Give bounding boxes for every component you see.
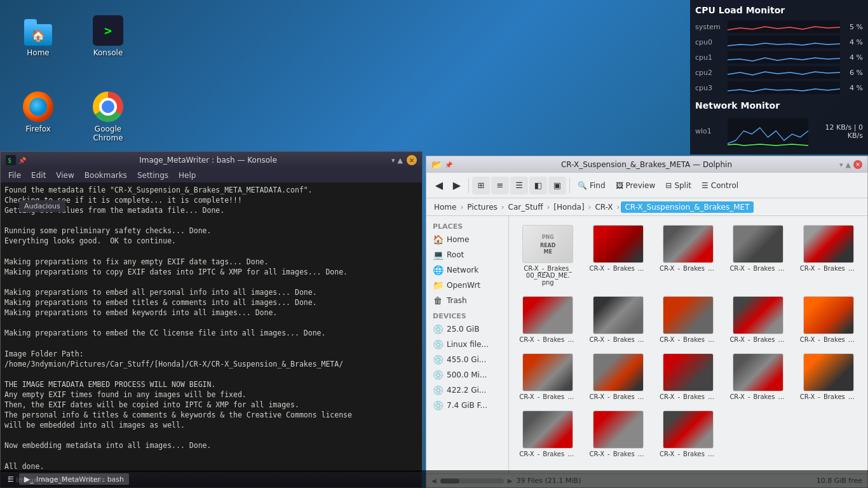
dolphin-scroll-btn[interactable]: ▾ [839, 161, 843, 169]
cpu1-graph [728, 51, 840, 64]
terminal-menu-view[interactable]: View [51, 171, 79, 180]
sidebar-item-root[interactable]: 💻 Root [426, 247, 508, 262]
terminal-menu-help[interactable]: Help [173, 171, 201, 180]
sidebar-device-2-label: Linux file... [447, 340, 489, 349]
file-thumb-3 [733, 225, 783, 263]
cpu2-label: cpu2 [695, 69, 724, 77]
file-item-16[interactable]: CR-X_-_Brakes_16.jpg [584, 407, 651, 461]
breadcrumb-current: CR-X_Suspension_&_Brakes_MET [621, 201, 753, 213]
devices-section-title: Devices [426, 308, 508, 322]
file-item-11[interactable]: CR-X_-_Brakes_11.jpg [584, 349, 651, 404]
taskbar-menu-icon: ☰ [8, 475, 14, 484]
cpu-system-graph [728, 20, 840, 33]
file-name-0: CR-X_-_Brakes_00_READ_ME.png [524, 265, 572, 286]
cpu-system-row: system 5 % [695, 20, 863, 33]
dolphin-titlebar: 📂 📌 CR-X_Suspension_&_Brakes_META — Dolp… [426, 156, 867, 173]
file-item-14[interactable]: CR-X_-_Brakes_14.jpg [795, 349, 862, 404]
sidebar-device-3[interactable]: 💿 455.0 Gi... [426, 352, 508, 367]
file-item-7[interactable]: CR-X_-_Brakes_07.jpg [654, 292, 722, 347]
file-thumb-4 [803, 225, 854, 263]
sidebar-item-network[interactable]: 🌐 Network [426, 262, 508, 278]
file-item-4[interactable]: CR-X_-_Brakes_04.jpg [795, 221, 862, 290]
breadcrumb-crx[interactable]: CR-X [592, 201, 615, 213]
file-name-7: CR-X_-_Brakes_07.jpg [660, 336, 717, 343]
terminal-pin-icon[interactable]: 📌 [18, 157, 26, 164]
desktop-icon-chrome[interactable]: GoogleChrome [83, 89, 133, 145]
cpu0-value: 4 % [844, 38, 863, 46]
file-item-3[interactable]: CR-X_-_Brakes_03.jpg [724, 221, 792, 290]
file-item-1[interactable]: CR-X_-_Brakes_01.jpg [584, 221, 651, 290]
file-item-6[interactable]: CR-X_-_Brakes_06.jpg [584, 292, 651, 347]
places-section-title: Places [426, 219, 508, 232]
dolphin-split-btn[interactable]: ⊟ Split [660, 179, 696, 192]
taskbar-terminal-icon: ▶_ [24, 475, 34, 484]
terminal-close-btn[interactable]: ✕ [407, 155, 417, 165]
cpu-system-value: 5 % [844, 23, 863, 31]
desktop-icon-konsole[interactable]: Konsole [83, 13, 133, 60]
dolphin-pin-icon[interactable]: 📌 [445, 161, 452, 168]
dolphin-compact-view-btn[interactable]: ≡ [491, 177, 509, 194]
terminal-output: Found the metadata file "CR-X_Suspension… [4, 185, 418, 472]
file-item-8[interactable]: CR-X_-_Brakes_08.jpg [724, 292, 792, 347]
terminal-menu-file[interactable]: File [3, 171, 26, 180]
breadcrumb-honda[interactable]: [Honda] [551, 201, 587, 213]
breadcrumb-home[interactable]: Home [431, 201, 459, 213]
file-name-4: CR-X_-_Brakes_04.jpg [800, 265, 857, 272]
taskbar-menu-btn[interactable]: ☰ [3, 474, 19, 485]
sidebar-device-1[interactable]: 💿 25.0 GiB [426, 322, 508, 337]
desktop: 🏠 Home Konsole Firefox GoogleChrome Auda… [0, 0, 868, 488]
trash-sidebar-icon: 🗑 [433, 295, 443, 306]
file-thumb-9 [803, 296, 854, 334]
dolphin-extra-btn[interactable]: ▣ [548, 177, 566, 194]
taskbar: ☰ ▶_ Image_MetaWriter : bash [0, 470, 868, 488]
file-item-2[interactable]: CR-X_-_Brakes_02.jpg [654, 221, 722, 290]
terminal-menu-edit[interactable]: Edit [26, 171, 51, 180]
dolphin-forward-btn[interactable]: ▶ [448, 177, 466, 194]
terminal-titlebar: $ 📌 Image_MetaWriter : bash — Konsole ▾ … [1, 152, 422, 168]
sidebar-device-6-label: 7.4 GiB F... [447, 401, 487, 410]
file-item-17[interactable]: CR-X_-_Brakes_17.jpg [654, 407, 722, 461]
cpu3-label: cpu3 [695, 84, 724, 92]
sidebar-device-6[interactable]: 💿 7.4 GiB F... [426, 398, 508, 413]
file-item-15[interactable]: CR-X_-_Brakes_15.jpg [514, 407, 581, 461]
sidebar-device-5[interactable]: 💿 422.2 Gi... [426, 383, 508, 398]
file-item-9[interactable]: CR-X_-_Brakes_09.jpg [795, 292, 862, 347]
terminal-menu-settings[interactable]: Settings [132, 171, 173, 180]
dolphin-find-btn[interactable]: 🔍 Find [573, 179, 611, 192]
terminal-maximize-btn[interactable]: ▲ [398, 156, 403, 165]
file-item-12[interactable]: CR-X_-_Brakes_12.jpg [654, 349, 722, 404]
dolphin-control-btn[interactable]: ☰ Control [696, 179, 743, 192]
cpu0-row: cpu0 4 % [695, 36, 863, 48]
terminal-scroll-up-btn[interactable]: ▾ [391, 156, 395, 165]
sidebar-item-trash[interactable]: 🗑 Trash [426, 293, 508, 308]
taskbar-terminal-btn[interactable]: ▶_ Image_MetaWriter : bash [19, 473, 129, 485]
file-item-13[interactable]: CR-X_-_Brakes_13.jpg [724, 349, 792, 404]
file-thumb-11 [593, 353, 644, 391]
sidebar-device-4[interactable]: 💿 500.0 Mi... [426, 367, 508, 383]
file-thumb-2 [663, 225, 714, 263]
file-item-10[interactable]: CR-X_-_Brakes_10.jpg [514, 349, 581, 404]
sidebar-item-home[interactable]: 🏠 Home [426, 232, 508, 247]
terminal-content[interactable]: Found the metadata file "CR-X_Suspension… [1, 182, 422, 472]
sidebar-item-openwrt[interactable]: 📁 OpenWrt [426, 278, 508, 293]
file-name-10: CR-X_-_Brakes_10.jpg [519, 393, 576, 400]
sidebar-device-2[interactable]: 💿 Linux file... [426, 337, 508, 352]
desktop-icon-home[interactable]: 🏠 Home [13, 13, 64, 60]
dolphin-back-btn[interactable]: ◀ [430, 177, 448, 194]
dolphin-icon-view-btn[interactable]: ⊞ [472, 177, 490, 194]
file-item-5[interactable]: CR-X_-_Brakes_05.jpg [514, 292, 581, 347]
sidebar-item-trash-label: Trash [447, 296, 467, 305]
dolphin-detail-view-btn[interactable]: ☰ [510, 177, 528, 194]
desktop-icon-firefox[interactable]: Firefox [13, 89, 64, 136]
dolphin-split-view-btn[interactable]: ◧ [529, 177, 547, 194]
device4-icon: 💿 [433, 370, 443, 380]
dolphin-close-btn[interactable]: ✕ [853, 160, 862, 169]
dolphin-preview-btn[interactable]: 🖼 Preview [611, 179, 661, 192]
breadcrumb-car-stuff[interactable]: Car_Stuff [506, 201, 546, 213]
dolphin-maximize-btn[interactable]: ▲ [846, 161, 851, 169]
file-item-0[interactable]: PNG README CR-X_-_Brakes_00_READ_ME.png [514, 221, 581, 290]
terminal-menu-bookmarks[interactable]: Bookmarks [79, 171, 132, 180]
cpu3-graph [728, 81, 840, 94]
breadcrumb-pictures[interactable]: Pictures [465, 201, 500, 213]
chrome-icon-wrapper [93, 92, 123, 122]
